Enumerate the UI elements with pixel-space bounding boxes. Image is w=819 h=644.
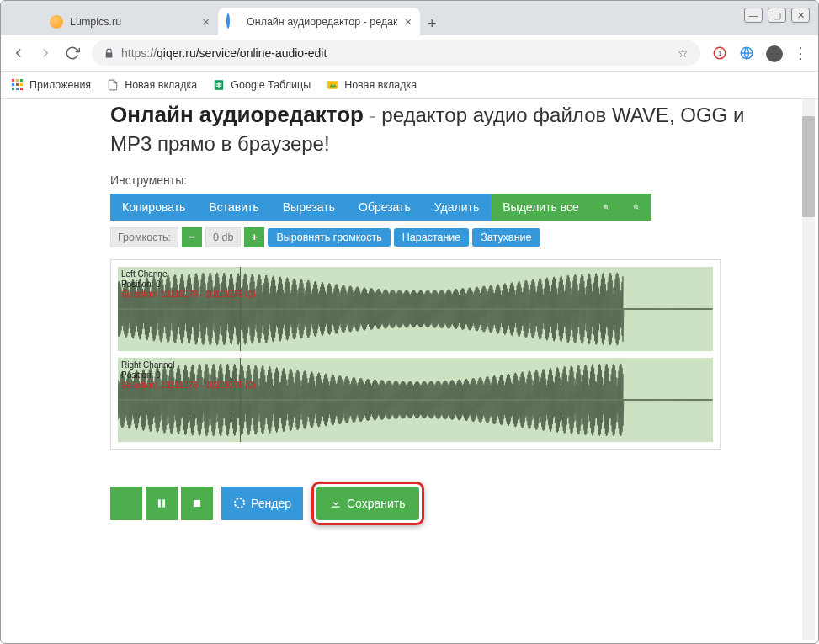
svg-rect-5 <box>16 79 19 82</box>
tab-close-icon[interactable]: × <box>202 14 210 29</box>
window-minimize-button[interactable]: — <box>744 8 763 23</box>
bookmark-item-2[interactable]: Новая вкладка <box>326 78 417 92</box>
copy-button[interactable]: Копировать <box>110 194 197 221</box>
svg-rect-28 <box>158 499 161 507</box>
volume-label: Громкость: <box>110 227 178 247</box>
fadeout-button[interactable]: Затухание <box>472 228 540 247</box>
bookmark-label: Новая вкладка <box>344 79 417 91</box>
download-icon <box>330 498 342 509</box>
waveform-panel: Left Channel Position: 0 Selection: 1011… <box>110 259 721 450</box>
extension-icons: 1 ⋮ <box>712 44 808 62</box>
favicon-lumpics <box>50 15 63 29</box>
svg-line-24 <box>637 208 639 210</box>
toolbar-main: Копировать Вставить Вырезать Обрезать Уд… <box>110 194 776 221</box>
page-icon <box>106 78 120 92</box>
crop-button[interactable]: Обрезать <box>347 194 423 221</box>
browser-menu-button[interactable]: ⋮ <box>793 44 808 62</box>
svg-rect-4 <box>12 79 14 82</box>
playback-controls: Рендер Сохранить <box>110 482 776 525</box>
svg-line-20 <box>607 208 609 210</box>
lock-icon <box>104 48 114 59</box>
svg-rect-16 <box>219 82 220 88</box>
url-input[interactable]: https://qiqer.ru/service/online-audio-ed… <box>92 40 700 66</box>
render-button[interactable]: Рендер <box>221 487 303 520</box>
new-tab-button[interactable]: + <box>420 12 444 35</box>
address-bar: https://qiqer.ru/service/online-audio-ed… <box>1 35 818 72</box>
browser-tab-lumpics[interactable]: Lumpics.ru × <box>41 8 218 35</box>
window-close-button[interactable]: ✕ <box>791 8 810 23</box>
apps-icon <box>11 78 24 92</box>
save-button[interactable]: Сохранить <box>316 487 419 520</box>
svg-rect-9 <box>20 83 23 86</box>
save-highlight: Сохранить <box>311 482 424 525</box>
window-controls: — ▢ ✕ <box>744 8 810 23</box>
tab-title: Lumpics.ru <box>70 16 121 28</box>
paste-button[interactable]: Вставить <box>197 194 270 221</box>
tab-close-icon[interactable]: × <box>405 14 412 29</box>
extension-icon-globe[interactable] <box>739 45 754 61</box>
star-icon[interactable]: ☆ <box>678 46 689 60</box>
volume-up-button[interactable]: + <box>244 227 264 247</box>
volume-down-button[interactable]: − <box>182 227 202 247</box>
channel-info-right: Right Channel Position: 0 Selection: 101… <box>121 360 256 391</box>
delete-button[interactable]: Удалить <box>423 194 491 221</box>
apps-label: Приложения <box>29 79 91 91</box>
browser-tab-qiqer[interactable]: Онлайн аудиоредактор - редак × <box>218 8 420 35</box>
svg-rect-7 <box>12 83 14 86</box>
normalize-button[interactable]: Выровнять громкость <box>268 228 390 247</box>
svg-rect-29 <box>162 499 165 507</box>
url-text: https://qiqer.ru/service/online-audio-ed… <box>121 46 327 60</box>
waveform-right-channel[interactable]: Right Channel Position: 0 Selection: 101… <box>118 358 713 442</box>
profile-avatar[interactable] <box>766 45 781 61</box>
svg-rect-8 <box>16 83 19 86</box>
waveform-left-channel[interactable]: Left Channel Position: 0 Selection: 1011… <box>118 267 713 351</box>
bookmark-item-0[interactable]: Новая вкладка <box>106 78 197 92</box>
select-all-button[interactable]: Выделить все <box>491 194 591 221</box>
channel-info-left: Left Channel Position: 0 Selection: 1011… <box>121 269 256 300</box>
forward-button[interactable] <box>38 45 53 61</box>
spinner-icon <box>233 497 246 509</box>
toolbar-volume: Громкость: − 0 db + Выровнять громкость … <box>110 227 776 247</box>
zoom-out-button <box>621 194 651 221</box>
svg-point-31 <box>235 498 244 508</box>
image-icon <box>326 78 339 92</box>
tools-label: Инструменты: <box>110 173 776 187</box>
fadein-button[interactable]: Нарастание <box>394 228 470 247</box>
pause-button[interactable] <box>146 487 178 520</box>
stop-button[interactable] <box>181 487 213 520</box>
cut-button[interactable]: Вырезать <box>271 194 347 221</box>
zoom-in-button[interactable] <box>591 194 621 221</box>
scrollbar-thumb[interactable] <box>802 116 815 217</box>
bookmark-item-1[interactable]: Google Таблицы <box>212 78 311 92</box>
svg-rect-10 <box>12 88 14 90</box>
extension-icon-1[interactable]: 1 <box>712 45 727 61</box>
svg-text:1: 1 <box>718 50 721 57</box>
browser-tab-strip: Lumpics.ru × Онлайн аудиоредактор - реда… <box>1 1 818 35</box>
bookmarks-bar: Приложения Новая вкладка Google Таблицы … <box>1 72 818 99</box>
bookmark-label: Google Таблицы <box>231 79 311 91</box>
svg-point-3 <box>766 45 783 62</box>
svg-rect-6 <box>20 79 23 82</box>
scrollbar[interactable] <box>802 99 815 640</box>
favicon-qiqer <box>226 15 240 29</box>
volume-value: 0 db <box>205 227 241 247</box>
svg-rect-12 <box>20 88 23 90</box>
apps-button[interactable]: Приложения <box>11 78 91 92</box>
back-button[interactable] <box>11 45 26 61</box>
sheets-icon <box>212 78 226 92</box>
svg-rect-11 <box>16 88 19 90</box>
window-maximize-button[interactable]: ▢ <box>768 8 786 23</box>
play-button[interactable] <box>110 487 142 520</box>
reload-button[interactable] <box>65 45 80 61</box>
tab-title: Онлайн аудиоредактор - редак <box>247 16 398 28</box>
page-title: Онлайн аудиоредактор - редактор аудио фа… <box>26 99 776 167</box>
svg-rect-30 <box>194 500 200 507</box>
page-content: Онлайн аудиоредактор - редактор аудио фа… <box>26 99 793 640</box>
bookmark-label: Новая вкладка <box>125 79 197 91</box>
